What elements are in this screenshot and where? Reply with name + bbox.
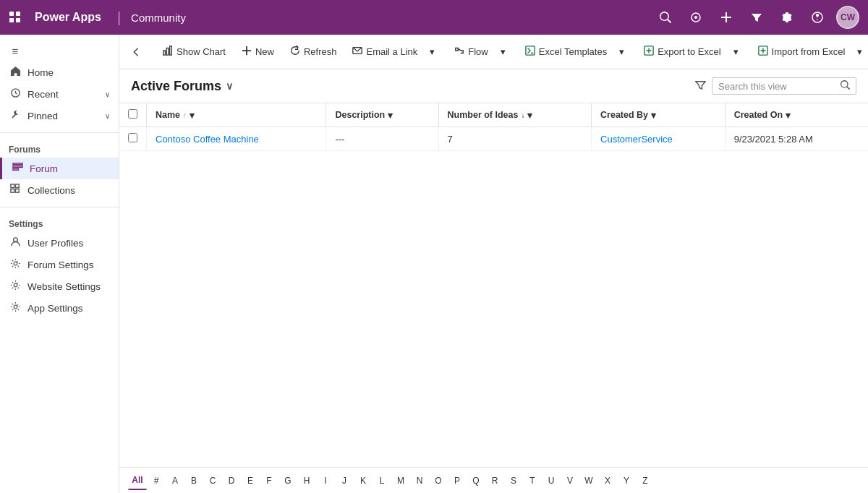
- content-area: Show Chart New Refresh Email a Link: [119, 35, 868, 493]
- chart-icon: [163, 46, 173, 58]
- app-name: Power Apps: [29, 11, 107, 24]
- name-filter-icon[interactable]: ▾: [190, 110, 195, 121]
- refresh-icon: [290, 46, 300, 58]
- flow-chevron[interactable]: ▾: [497, 43, 509, 61]
- sidebar-divider-1: [0, 132, 119, 133]
- sidebar-item-website-settings[interactable]: Website Settings: [0, 275, 119, 297]
- alpha-btn-z[interactable]: Z: [636, 471, 655, 490]
- show-chart-button[interactable]: Show Chart: [156, 42, 233, 61]
- sidebar-item-user-profiles[interactable]: User Profiles: [0, 232, 119, 254]
- alpha-btn-n[interactable]: N: [410, 471, 429, 490]
- alpha-btn-k[interactable]: K: [354, 471, 373, 490]
- user-profiles-label: User Profiles: [27, 238, 83, 249]
- export-excel-chevron[interactable]: ▾: [730, 43, 742, 61]
- row-created-by-link[interactable]: CustomerService: [600, 134, 673, 145]
- alpha-btn-l[interactable]: L: [373, 471, 391, 490]
- table-header: Name ↑ ▾ Description ▾: [119, 103, 868, 127]
- add-button[interactable]: [715, 6, 738, 29]
- created-by-chevron-icon: ▾: [651, 110, 656, 121]
- search-button[interactable]: [654, 6, 677, 29]
- email-link-button[interactable]: Email a Link: [345, 42, 425, 61]
- alpha-btn-h[interactable]: H: [297, 471, 316, 490]
- alpha-btn-c[interactable]: C: [203, 471, 222, 490]
- alpha-btn-hash[interactable]: #: [147, 471, 166, 490]
- alpha-btn-v[interactable]: V: [561, 471, 579, 490]
- col-created-by[interactable]: Created By ▾: [592, 103, 726, 127]
- col-name[interactable]: Name ↑ ▾: [147, 103, 326, 127]
- app-settings-label: App Settings: [27, 303, 83, 314]
- alpha-btn-x[interactable]: X: [598, 471, 617, 490]
- pinned-icon: [9, 109, 22, 122]
- excel-templates-chevron[interactable]: ▾: [616, 43, 628, 61]
- sidebar-item-pinned[interactable]: Pinned ∨: [0, 105, 119, 127]
- row-name-link[interactable]: Contoso Coffee Machine: [156, 134, 259, 145]
- col-checkbox: [119, 103, 147, 127]
- alpha-btn-a[interactable]: A: [166, 471, 184, 490]
- col-description[interactable]: Description ▾: [326, 103, 438, 127]
- sidebar-item-forum[interactable]: Forum: [0, 158, 119, 179]
- email-link-chevron[interactable]: ▾: [426, 43, 438, 61]
- alpha-btn-t[interactable]: T: [523, 471, 542, 490]
- svg-rect-23: [170, 46, 172, 55]
- table-body: Contoso Coffee Machine --- 7 CustomerSer…: [119, 127, 868, 151]
- alpha-btn-d[interactable]: D: [222, 471, 241, 490]
- user-avatar[interactable]: CW: [836, 6, 859, 29]
- app-grid-button[interactable]: [9, 11, 22, 24]
- alpha-btn-p[interactable]: P: [448, 471, 467, 490]
- flow-button[interactable]: Flow: [447, 42, 495, 61]
- filter-button[interactable]: [745, 6, 768, 29]
- circle-icon[interactable]: [684, 6, 707, 29]
- alpha-btn-s[interactable]: S: [504, 471, 523, 490]
- export-excel-icon: [644, 46, 654, 58]
- export-excel-button[interactable]: Export to Excel: [637, 42, 728, 61]
- excel-templates-button[interactable]: Excel Templates: [518, 42, 614, 61]
- new-button[interactable]: New: [234, 42, 281, 61]
- alpha-btn-b[interactable]: B: [184, 471, 203, 490]
- sidebar-item-home[interactable]: Home: [0, 61, 119, 83]
- forum-icon: [11, 162, 24, 175]
- home-icon: [9, 66, 22, 79]
- alpha-btn-r[interactable]: R: [485, 471, 504, 490]
- select-all-checkbox[interactable]: [128, 109, 137, 119]
- import-excel-chevron[interactable]: ▾: [854, 43, 866, 61]
- alpha-btn-all[interactable]: All: [128, 471, 147, 490]
- flow-label: Flow: [468, 46, 488, 57]
- sidebar-item-app-settings[interactable]: App Settings: [0, 297, 119, 319]
- data-table: Name ↑ ▾ Description ▾: [119, 103, 868, 151]
- help-button[interactable]: [806, 6, 829, 29]
- alpha-btn-f[interactable]: F: [260, 471, 278, 490]
- sidebar-item-recent[interactable]: Recent ∨: [0, 83, 119, 105]
- svg-point-5: [694, 16, 697, 19]
- import-excel-button[interactable]: Import from Excel: [751, 42, 853, 61]
- sidebar-item-forum-settings[interactable]: Forum Settings: [0, 254, 119, 275]
- settings-button[interactable]: [775, 6, 799, 29]
- svg-rect-2: [16, 12, 20, 16]
- alpha-btn-w[interactable]: W: [579, 471, 598, 490]
- alpha-btn-j[interactable]: J: [335, 471, 354, 490]
- svg-point-6: [817, 19, 818, 20]
- alpha-btn-u[interactable]: U: [542, 471, 561, 490]
- col-ideas[interactable]: Number of Ideas ↓ ▾: [438, 103, 592, 127]
- sidebar-item-collections[interactable]: Collections: [0, 179, 119, 201]
- search-icon[interactable]: [841, 80, 850, 92]
- flow-icon: [454, 46, 464, 58]
- view-title[interactable]: Active Forums ∨: [131, 79, 233, 94]
- desc-chevron-icon: ▾: [388, 110, 393, 121]
- show-chart-label: Show Chart: [176, 46, 226, 57]
- col-created-on[interactable]: Created On ▾: [725, 103, 868, 127]
- refresh-button[interactable]: Refresh: [283, 42, 344, 61]
- view-filter-button[interactable]: [689, 77, 712, 95]
- table-row: Contoso Coffee Machine --- 7 CustomerSer…: [119, 127, 868, 151]
- alpha-btn-q[interactable]: Q: [467, 471, 485, 490]
- alpha-btn-y[interactable]: Y: [617, 471, 636, 490]
- new-label: New: [255, 46, 274, 57]
- alpha-btn-o[interactable]: O: [429, 471, 448, 490]
- back-button[interactable]: [125, 43, 147, 61]
- search-input[interactable]: [718, 81, 836, 92]
- alpha-btn-m[interactable]: M: [391, 471, 410, 490]
- alpha-btn-g[interactable]: G: [278, 471, 297, 490]
- row-checkbox[interactable]: [128, 133, 137, 142]
- alpha-btn-e[interactable]: E: [241, 471, 260, 490]
- sidebar-hamburger[interactable]: ≡: [0, 40, 119, 61]
- alpha-btn-i[interactable]: I: [316, 471, 335, 490]
